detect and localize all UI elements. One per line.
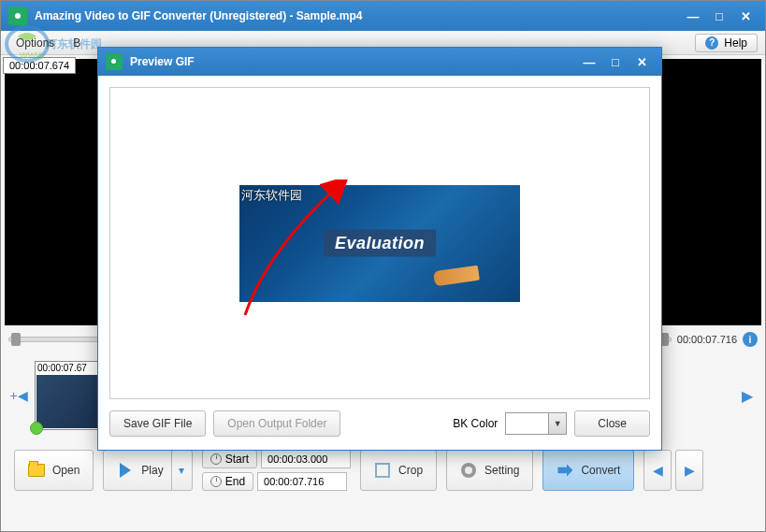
open-output-folder-button: Open Output Folder [213,410,340,437]
gif-content-fish [433,265,480,286]
menu-b[interactable]: B [65,35,88,51]
folder-icon [28,462,45,479]
help-label: Help [724,36,747,50]
maximize-button[interactable]: □ [707,7,731,24]
menu-options[interactable]: Options [8,35,62,51]
help-button[interactable]: ? Help [695,34,758,52]
dialog-maximize-button[interactable]: □ [603,53,628,70]
open-button[interactable]: Open [14,450,94,491]
convert-icon [556,462,573,479]
end-time-button[interactable]: End [202,472,253,491]
play-dropdown[interactable]: ▾ [171,451,192,490]
dialog-app-icon [106,53,123,70]
window-title: Amazing Video to GIF Converter (Unregist… [35,9,681,22]
dialog-title: Preview GIF [130,55,577,68]
info-icon[interactable]: i [743,332,758,347]
gear-icon [460,462,477,479]
prev-button[interactable]: ◀ [643,450,672,491]
chevron-down-icon: ▼ [549,413,566,434]
play-label: Play [141,464,163,477]
thumbnail-timestamp: 00:00:07.67 [36,362,103,374]
save-gif-button[interactable]: Save GIF File [109,410,206,437]
bk-color-label: BK Color [453,417,498,430]
dialog-titlebar[interactable]: Preview GIF — □ ✕ [98,48,661,76]
play-button[interactable]: Play ▾ [103,450,192,491]
thumbnail-item[interactable]: 00:00:07.67 [35,361,104,430]
thumbnail-check-badge [30,422,43,435]
main-titlebar: Amazing Video to GIF Converter (Unregist… [1,1,765,31]
play-icon [117,462,134,479]
timeline-end-time: 00:00:07.716 [677,334,737,345]
crop-button[interactable]: Crop [360,450,437,491]
gif-evaluation-badge: Evaluation [324,230,436,257]
open-label: Open [52,464,79,477]
start-time-button[interactable]: Start [202,450,257,468]
start-label: Start [225,453,249,466]
setting-button[interactable]: Setting [446,450,533,491]
close-button[interactable]: ✕ [733,7,758,24]
bk-color-select[interactable]: ▼ [505,412,567,435]
dialog-close-button[interactable]: ✕ [629,53,654,70]
help-icon: ? [705,36,718,50]
gif-watermark-text: 河东软件园 [241,187,302,204]
timeline-thumb-start[interactable] [11,333,21,346]
time-range-group: Start 00:00:03.000 End 00:00:07.716 [202,450,351,491]
crop-label: Crop [398,464,423,477]
timestamp-overlay-tl: 00:00:07.674 [3,57,76,74]
gif-canvas-area: 河东软件园 Evaluation [109,87,650,399]
setting-label: Setting [484,464,519,477]
preview-gif-dialog: Preview GIF — □ ✕ 河东软件园 Evaluation Save … [97,47,662,451]
thumb-scroll-right-icon[interactable]: ▶ [742,387,753,405]
convert-label: Convert [581,464,620,477]
gif-preview-image: 河东软件园 Evaluation [239,185,520,302]
next-button[interactable]: ▶ [675,450,703,491]
thumbnail-image [36,375,102,428]
crop-icon [374,462,391,479]
convert-button[interactable]: Convert [542,450,634,491]
end-time-field[interactable]: 00:00:07.716 [257,472,347,491]
clock-icon [210,453,222,465]
bk-color-swatch [506,413,549,434]
end-label: End [225,475,245,488]
clock-icon [210,476,222,487]
start-time-field[interactable]: 00:00:03.000 [261,450,351,468]
dialog-minimize-button[interactable]: — [577,53,601,70]
thumb-add-left-icon[interactable]: +◀ [9,388,27,403]
app-icon [8,7,27,25]
dialog-close-btn[interactable]: Close [574,410,650,437]
dialog-bottom-bar: Save GIF File Open Output Folder BK Colo… [109,409,650,439]
minimize-button[interactable]: — [681,7,705,24]
